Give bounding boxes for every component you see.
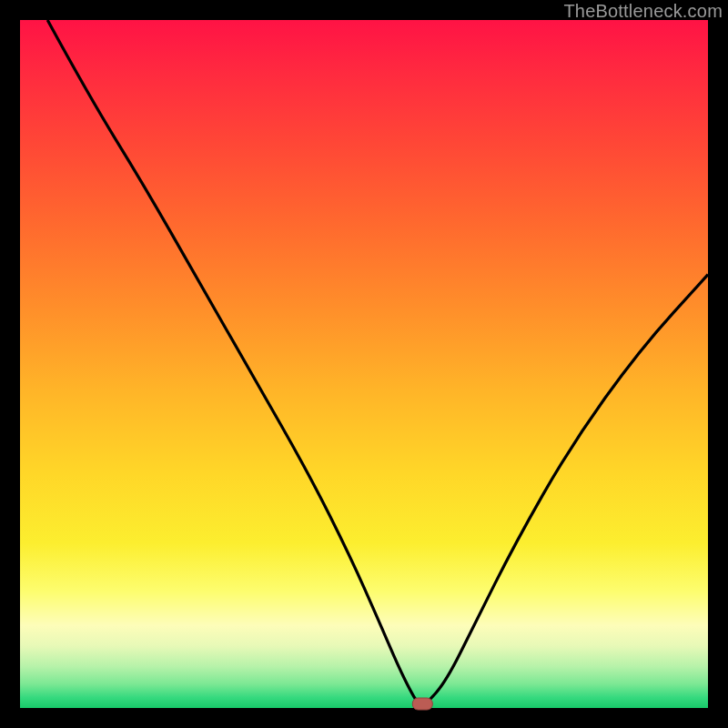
plot-area	[20, 20, 708, 708]
watermark-text: TheBottleneck.com	[563, 1, 723, 22]
bottleneck-curve	[20, 20, 708, 708]
curve-path	[47, 20, 708, 704]
optimum-marker	[412, 698, 432, 710]
chart-frame: TheBottleneck.com	[0, 0, 728, 728]
